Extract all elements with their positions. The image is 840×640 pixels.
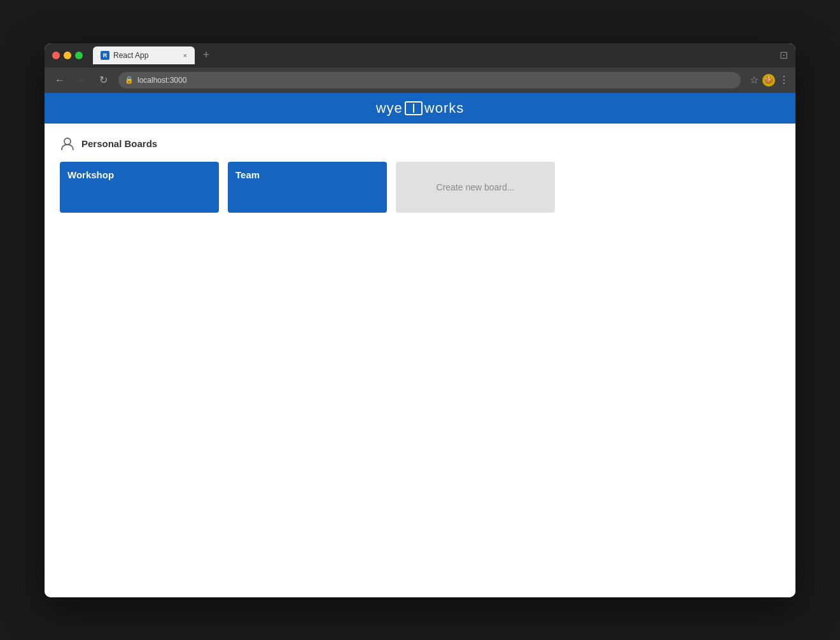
section-header: Personal Boards: [60, 136, 780, 152]
more-menu-icon[interactable]: ⋮: [779, 74, 789, 86]
browser-window: R React App × + ⊡ ← → ↻ 🔒 localhost:3000: [45, 43, 795, 597]
board-card-team[interactable]: Team: [228, 162, 387, 213]
board-card-workshop[interactable]: Workshop: [60, 162, 219, 213]
app-content: Personal Boards Workshop Team Create new…: [45, 124, 795, 597]
nav-bar-right: ☆ 🍪 ⋮: [750, 74, 789, 87]
section-title: Personal Boards: [81, 138, 157, 149]
app-header: wye works: [45, 93, 795, 124]
logo-text-after: works: [424, 100, 464, 117]
tab-close-button[interactable]: ×: [183, 52, 187, 59]
traffic-lights: [52, 52, 83, 59]
close-traffic-light[interactable]: [52, 52, 60, 59]
refresh-button[interactable]: ↻: [94, 71, 112, 89]
title-bar: R React App × + ⊡: [45, 43, 795, 68]
create-new-board-label: Create new board...: [437, 182, 515, 192]
tab-favicon: R: [101, 51, 109, 60]
new-tab-button[interactable]: +: [197, 46, 215, 64]
cookie-icon[interactable]: 🍪: [762, 74, 775, 87]
logo-text-before: wye: [376, 100, 403, 117]
browser-tab[interactable]: R React App ×: [93, 46, 195, 64]
board-card-title-team: Team: [235, 169, 260, 180]
screen-cast-icon: ⊡: [780, 49, 788, 61]
logo-icon: [405, 101, 423, 115]
back-button[interactable]: ←: [51, 71, 69, 89]
board-card-title-workshop: Workshop: [67, 169, 114, 180]
tab-title: React App: [113, 51, 148, 60]
logo: wye works: [376, 100, 465, 117]
svg-point-0: [64, 138, 71, 145]
maximize-traffic-light[interactable]: [75, 52, 83, 59]
tab-bar: R React App × +: [93, 46, 774, 64]
boards-grid: Workshop Team Create new board...: [60, 162, 780, 213]
bookmark-icon[interactable]: ☆: [750, 74, 759, 86]
forward-button[interactable]: →: [73, 71, 90, 89]
url-text: localhost:3000: [137, 76, 186, 85]
nav-bar: ← → ↻ 🔒 localhost:3000 ☆ 🍪 ⋮: [45, 68, 795, 93]
address-bar[interactable]: 🔒 localhost:3000: [118, 72, 741, 89]
minimize-traffic-light[interactable]: [64, 52, 71, 59]
create-new-board-button[interactable]: Create new board...: [396, 162, 555, 213]
lock-icon: 🔒: [125, 76, 134, 84]
person-icon: [60, 136, 75, 152]
title-bar-right: ⊡: [780, 49, 788, 61]
